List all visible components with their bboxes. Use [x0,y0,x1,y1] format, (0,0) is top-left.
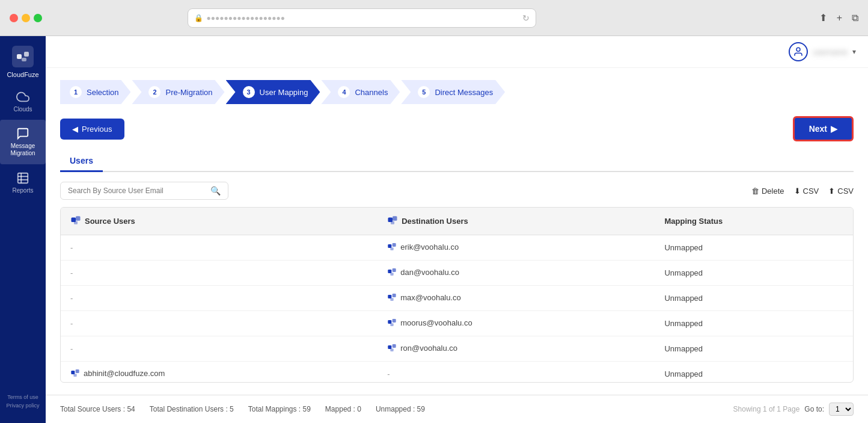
tabs-icon[interactable]: ⧉ [852,13,858,23]
tab-users[interactable]: Users [60,151,103,172]
table-row: - dan@voohalu.coUnmapped [61,261,853,286]
terms-link[interactable]: Terms of use [7,394,38,400]
upload-icon: ⬆ [828,187,835,196]
svg-rect-22 [391,298,394,301]
user-dropdown-icon[interactable]: ▾ [852,48,856,56]
top-bar: username ▾ [46,36,868,68]
svg-rect-30 [76,369,79,373]
step-1-selection[interactable]: 1 Selection [60,80,130,104]
goto-label: Go to: [804,405,824,413]
table-row: - moorus@voohalu.coUnmapped [61,311,853,336]
svg-rect-28 [391,348,394,351]
svg-rect-29 [71,371,75,374]
delete-icon: 🗑 [751,187,759,196]
status-cell: Unmapped [655,235,853,261]
svg-rect-31 [73,374,76,377]
privacy-link[interactable]: Privacy policy [6,403,39,409]
step-2-premigration[interactable]: 2 Pre-Migration [132,80,224,104]
prev-arrow-icon: ◀ [72,125,78,134]
step-1-number: 1 [70,86,82,98]
step-5-directmessages[interactable]: 5 Direct Messages [401,80,505,104]
svg-rect-9 [76,216,81,221]
source-user-cell: - [70,344,73,353]
import-csv-button[interactable]: ⬇ CSV [794,187,819,196]
svg-point-7 [796,48,800,51]
maximize-button[interactable] [34,14,42,22]
sidebar-item-reports[interactable]: Reports [0,164,46,201]
close-button[interactable] [10,14,18,22]
main-content: username ▾ 1 Selection 2 Pre-Migration 3… [46,36,868,423]
table-row: abhinit@cloudfuze.com-Unmapped [61,362,853,383]
goto-select[interactable]: 1 [829,403,854,416]
share-icon[interactable]: ⬆ [819,12,827,23]
svg-rect-15 [393,243,396,247]
svg-rect-20 [388,295,392,298]
svg-rect-16 [391,247,394,250]
svg-rect-2 [22,58,26,61]
status-cell: Unmapped [655,261,853,286]
sidebar-label-clouds: Clouds [13,106,32,113]
table-row: - ron@voohalu.coUnmapped [61,336,853,362]
sidebar-item-clouds[interactable]: Clouds [0,83,46,120]
step-3-usermapping[interactable]: 3 User Mapping [226,80,320,104]
reload-icon[interactable]: ↻ [522,13,530,23]
step-4-channels[interactable]: 4 Channels [321,80,400,104]
logo-text: CloudFuze [7,71,38,78]
lock-icon: 🔒 [194,14,203,22]
nav-buttons: ◀ Previous Next ▶ [60,116,854,141]
col-source-users: Source Users [61,208,377,235]
minimize-button[interactable] [22,14,30,22]
step-3-number: 3 [243,86,255,98]
sidebar-item-message-migration[interactable]: Message Migration [0,120,46,164]
svg-rect-12 [393,216,397,221]
next-button[interactable]: Next ▶ [793,116,854,141]
export-csv-button[interactable]: ⬆ CSV [828,187,854,196]
address-text: ●●●●●●●●●●●●●●●●●● [207,14,519,22]
svg-rect-10 [74,221,78,224]
pagination: Showing 1 of 1 Page Go to: 1 [733,403,854,416]
status-cell: Unmapped [655,286,853,311]
next-arrow-icon: ▶ [831,124,837,134]
source-user-cell: - [70,268,73,277]
search-input[interactable] [68,187,207,195]
showing-text: Showing 1 of 1 Page [733,405,800,413]
step-2-number: 2 [148,86,160,98]
table-row: - erik@voohalu.coUnmapped [61,235,853,261]
svg-rect-3 [18,173,28,184]
dest-user-cell: moorus@voohalu.co [387,318,472,327]
sidebar-label-reports: Reports [12,187,33,194]
traffic-lights [10,14,42,22]
svg-rect-27 [393,344,396,348]
address-bar[interactable]: 🔒 ●●●●●●●●●●●●●●●●●● ↻ [188,8,536,28]
source-user-cell: - [70,243,73,252]
total-destination: Total Destination Users : 5 [150,405,234,413]
table-row: - max@voohalu.coUnmapped [61,286,853,311]
svg-rect-19 [391,273,394,276]
svg-rect-18 [393,268,396,272]
new-tab-icon[interactable]: + [837,13,842,23]
username: username [813,48,848,57]
svg-rect-24 [393,319,396,323]
teams-icon-source [70,215,81,227]
search-box: 🔍 [60,182,228,200]
sidebar-bottom: Terms of use Privacy policy [1,389,44,413]
svg-rect-25 [391,323,394,326]
footer: Total Source Users : 54 Total Destinatio… [46,395,868,423]
svg-rect-1 [24,52,29,57]
step-4-label: Channels [355,88,388,97]
previous-button[interactable]: ◀ Previous [60,119,124,140]
svg-rect-0 [17,54,22,59]
step-3-label: User Mapping [260,88,308,97]
svg-rect-21 [393,294,396,297]
step-1-label: Selection [87,88,118,97]
svg-rect-26 [388,345,392,349]
step-4-number: 4 [338,86,350,98]
user-mapping-table: Source Users [60,207,854,383]
sidebar: CloudFuze Clouds Message Migration Repor… [0,36,46,423]
step-5-label: Direct Messages [435,88,493,97]
action-buttons: 🗑 Delete ⬇ CSV ⬆ CSV [751,187,854,196]
browser-chrome: 🔒 ●●●●●●●●●●●●●●●●●● ↻ ⬆ + ⧉ [0,0,868,36]
delete-button[interactable]: 🗑 Delete [751,187,784,196]
download-icon: ⬇ [794,187,801,196]
source-user-cell: - [70,319,73,328]
